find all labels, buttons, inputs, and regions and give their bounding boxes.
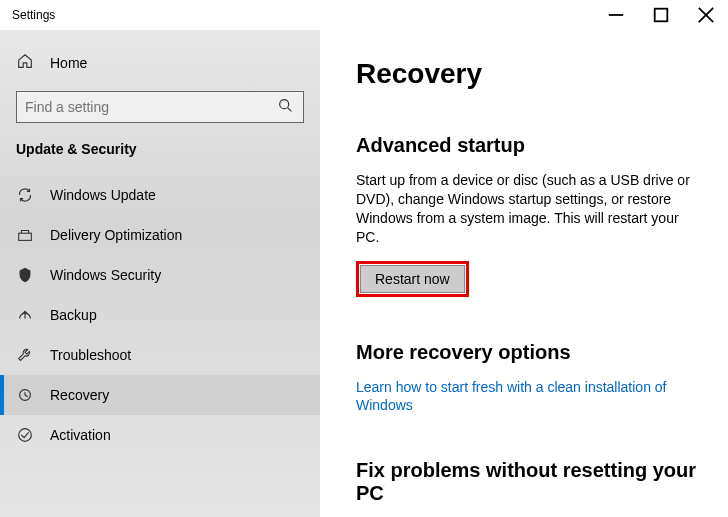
fresh-install-link[interactable]: Learn how to start fresh with a clean in…	[356, 378, 700, 416]
sidebar-item-label: Activation	[50, 427, 111, 443]
maximize-button[interactable]	[638, 0, 683, 30]
shield-icon	[16, 266, 34, 284]
window-controls	[593, 0, 728, 30]
page-title: Recovery	[356, 58, 700, 90]
home-link[interactable]: Home	[0, 44, 320, 81]
home-icon	[16, 52, 34, 73]
sidebar-item-label: Recovery	[50, 387, 109, 403]
sidebar: Home Update & Security Windows Update	[0, 30, 320, 517]
search-box[interactable]	[16, 91, 304, 123]
nav-list: Windows Update Delivery Optimization Win…	[0, 175, 320, 455]
troubleshoot-icon	[16, 346, 34, 364]
advanced-startup-title: Advanced startup	[356, 134, 700, 157]
restart-highlight: Restart now	[356, 261, 469, 297]
sidebar-item-backup[interactable]: Backup	[0, 295, 320, 335]
sidebar-item-label: Troubleshoot	[50, 347, 131, 363]
home-label: Home	[50, 55, 87, 71]
svg-rect-1	[654, 9, 667, 22]
sidebar-item-label: Delivery Optimization	[50, 227, 182, 243]
sync-icon	[16, 186, 34, 204]
delivery-icon	[16, 226, 34, 244]
window-title: Settings	[12, 8, 593, 22]
minimize-button[interactable]	[593, 0, 638, 30]
sidebar-item-troubleshoot[interactable]: Troubleshoot	[0, 335, 320, 375]
more-recovery-title: More recovery options	[356, 341, 700, 364]
category-label: Update & Security	[0, 141, 320, 157]
activation-icon	[16, 426, 34, 444]
sidebar-item-label: Windows Security	[50, 267, 161, 283]
svg-point-8	[19, 429, 32, 442]
advanced-startup-text: Start up from a device or disc (such as …	[356, 171, 700, 247]
backup-icon	[16, 306, 34, 324]
sidebar-item-delivery-optimization[interactable]: Delivery Optimization	[0, 215, 320, 255]
sidebar-item-windows-security[interactable]: Windows Security	[0, 255, 320, 295]
svg-rect-6	[19, 233, 32, 240]
svg-line-5	[288, 107, 292, 111]
main-panel: Recovery Advanced startup Start up from …	[320, 30, 728, 517]
close-button[interactable]	[683, 0, 728, 30]
search-icon	[277, 97, 295, 118]
sidebar-item-recovery[interactable]: Recovery	[0, 375, 320, 415]
sidebar-item-activation[interactable]: Activation	[0, 415, 320, 455]
sidebar-item-windows-update[interactable]: Windows Update	[0, 175, 320, 215]
sidebar-item-label: Windows Update	[50, 187, 156, 203]
titlebar: Settings	[0, 0, 728, 30]
svg-point-4	[280, 99, 289, 108]
fix-problems-title: Fix problems without resetting your PC	[356, 459, 700, 505]
recovery-icon	[16, 386, 34, 404]
restart-now-button[interactable]: Restart now	[360, 265, 465, 293]
search-input[interactable]	[25, 99, 277, 115]
sidebar-item-label: Backup	[50, 307, 97, 323]
